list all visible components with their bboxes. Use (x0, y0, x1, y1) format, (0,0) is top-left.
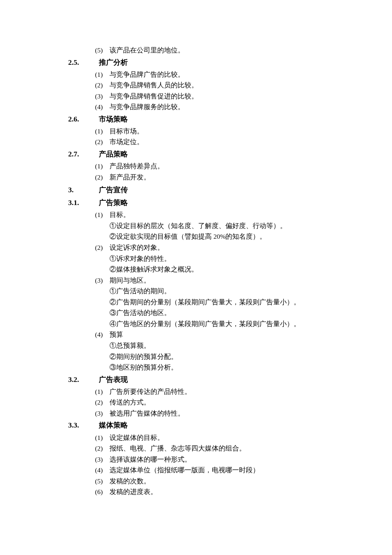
sub-item: ①广告活动的期间。 (68, 286, 328, 297)
sub-text: ②媒体接触诉求对象之概况。 (110, 264, 328, 275)
list-item: (5) 该产品在公司里的地位。 (68, 45, 328, 56)
item-number: (1) (95, 69, 110, 80)
item-text: 市场定位。 (110, 136, 328, 147)
item-text: 发稿的进度表。 (110, 486, 328, 497)
heading-2-7: 2.7. 产品策略 (68, 148, 328, 160)
item-text: 与竞争品牌广告的比较。 (110, 69, 328, 80)
heading-number: 3.2. (68, 374, 99, 386)
sub-item: ①设定目标的层次（知名度、了解度、偏好度、行动等）。 (68, 220, 328, 231)
item-number: (4) (95, 101, 110, 113)
sub-text: ①广告活动的期间。 (110, 286, 328, 297)
sub-item: ④广告地区的分量别（某段期间广告量大，某段则广告量小）。 (68, 318, 328, 330)
item-text: 产品独特差异点。 (110, 161, 328, 172)
list-item: (2)传送的方式。 (68, 397, 328, 408)
heading-number: 2.6. (68, 113, 99, 125)
item-number: (3) (95, 454, 110, 465)
item-number: (6) (95, 486, 110, 497)
document-page: (5) 该产品在公司里的地位。 2.5. 推广分析 (1)与竞争品牌广告的比较。… (0, 0, 392, 549)
item-text: 与竞争品牌销售人员的比较。 (110, 80, 328, 91)
list-item: (3)与竞争品牌销售促进的比较。 (68, 91, 328, 102)
list-item: (4)与竞争品牌服务的比较。 (68, 101, 328, 113)
heading-title: 广告宣传 (99, 184, 128, 196)
item-text: 期间与地区。 (110, 275, 328, 286)
heading-title: 市场策略 (99, 113, 128, 125)
item-text: 传送的方式。 (110, 397, 328, 408)
sub-item: ①诉求对象的特性。 (68, 253, 328, 264)
item-text: 新产品开发。 (110, 172, 328, 183)
list-item: (5)发稿的次数。 (68, 476, 328, 487)
sub-text: ③广告活动的地区。 (110, 307, 328, 318)
list-item: (6)发稿的进度表。 (68, 486, 328, 497)
heading-number: 2.7. (68, 148, 99, 160)
item-number: (2) (95, 443, 110, 454)
item-text: 被选用广告媒体的特性。 (110, 408, 328, 419)
item-number: (2) (95, 172, 110, 183)
item-number: (3) (95, 408, 110, 419)
list-item: (1)目标市场。 (68, 126, 328, 137)
item-number: (1) (95, 386, 110, 397)
list-item: (2)新产品开发。 (68, 172, 328, 183)
sub-item: ②期间别的预算分配。 (68, 351, 328, 362)
list-item: (1)设定媒体的目标。 (68, 432, 328, 443)
heading-3: 3. 广告宣传 (68, 184, 328, 196)
heading-title: 广告表现 (99, 374, 128, 386)
list-item: (2)设定诉求的对象。 (68, 242, 328, 253)
item-text: 广告所要传达的产品特性。 (110, 386, 328, 397)
heading-3-3: 3.3. 媒体策略 (68, 419, 328, 431)
sub-item: ②媒体接触诉求对象之概况。 (68, 264, 328, 275)
item-number: (1) (95, 209, 110, 220)
item-text: 目标市场。 (110, 126, 328, 137)
list-item: (4)预算 (68, 329, 328, 340)
heading-number: 3.3. (68, 419, 99, 431)
item-number: (2) (95, 242, 110, 253)
sub-item: ③地区别的预算分析。 (68, 362, 328, 373)
item-number: (1) (95, 161, 110, 172)
item-text: 与竞争品牌销售促进的比较。 (110, 91, 328, 102)
sub-item: ②广告期间的分量别（某段期间广告量大，某段则广告量小）。 (68, 297, 328, 308)
item-number: (1) (95, 126, 110, 137)
item-number: (4) (95, 465, 110, 476)
heading-3-2: 3.2. 广告表现 (68, 374, 328, 386)
sub-text: ③地区别的预算分析。 (110, 362, 328, 373)
list-item: (3)选择该媒体的哪一种形式。 (68, 454, 328, 465)
list-item: (2)市场定位。 (68, 136, 328, 147)
item-text: 选择该媒体的哪一种形式。 (110, 454, 328, 465)
item-number: (1) (95, 432, 110, 443)
heading-number: 3.1. (68, 197, 99, 209)
item-text: 报纸、电视、广播、杂志等四大媒体的组合。 (110, 443, 328, 454)
item-text: 选定媒体单位（指报纸哪一版面，电视哪一时段） (110, 465, 328, 476)
item-text: 设定媒体的目标。 (110, 432, 328, 443)
heading-2-6: 2.6. 市场策略 (68, 113, 328, 125)
item-number: (4) (95, 329, 110, 340)
heading-title: 媒体策略 (99, 419, 128, 431)
item-number: (2) (95, 80, 110, 91)
item-number: (3) (95, 275, 110, 286)
item-text: 与竞争品牌服务的比较。 (110, 101, 328, 113)
heading-number: 2.5. (68, 57, 99, 69)
sub-text: ②期间别的预算分配。 (110, 351, 328, 362)
heading-title: 产品策略 (99, 148, 128, 160)
sub-text: ④广告地区的分量别（某段期间广告量大，某段则广告量小）。 (110, 318, 328, 330)
heading-title: 推广分析 (99, 57, 128, 69)
item-number: (3) (95, 91, 110, 102)
heading-2-5: 2.5. 推广分析 (68, 57, 328, 69)
list-item: (2)与竞争品牌销售人员的比较。 (68, 80, 328, 91)
sub-item: ②设定欲实现的目标值（譬如提高 20%的知名度）。 (68, 231, 328, 242)
item-number: (2) (95, 136, 110, 147)
list-item: (1)与竞争品牌广告的比较。 (68, 69, 328, 80)
sub-item: ③广告活动的地区。 (68, 307, 328, 318)
heading-3-1: 3.1. 广告策略 (68, 197, 328, 209)
item-text: 目标。 (110, 209, 328, 220)
list-item: (3)期间与地区。 (68, 275, 328, 286)
item-text: 发稿的次数。 (110, 476, 328, 487)
sub-text: ②广告期间的分量别（某段期间广告量大，某段则广告量小）。 (110, 297, 328, 308)
sub-text: ①诉求对象的特性。 (110, 253, 328, 264)
sub-item: ①总预算额。 (68, 340, 328, 351)
sub-text: ②设定欲实现的目标值（譬如提高 20%的知名度）。 (110, 231, 328, 242)
sub-text: ①设定目标的层次（知名度、了解度、偏好度、行动等）。 (110, 220, 328, 231)
item-text: 该产品在公司里的地位。 (110, 45, 328, 56)
item-number: (2) (95, 397, 110, 408)
list-item: (2)报纸、电视、广播、杂志等四大媒体的组合。 (68, 443, 328, 454)
list-item: (1)目标。 (68, 209, 328, 220)
heading-title: 广告策略 (99, 197, 128, 209)
